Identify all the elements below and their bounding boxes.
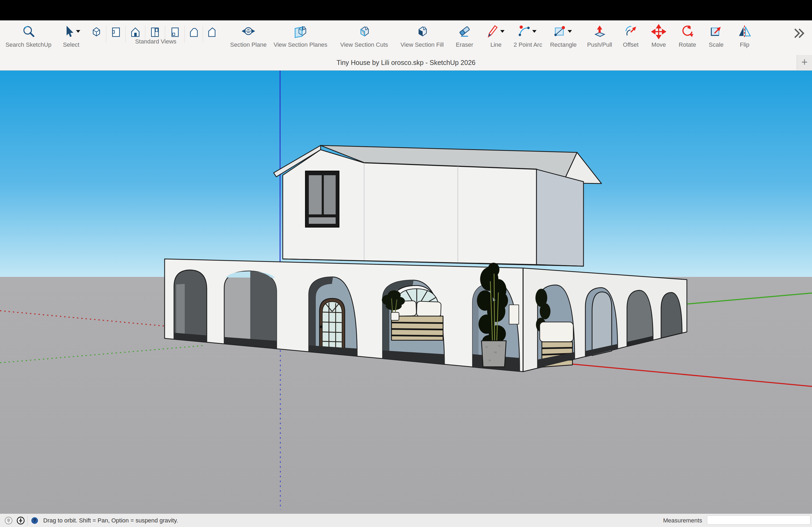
arch-opening (174, 270, 207, 342)
statusbar-divider (27, 516, 28, 525)
view-section-planes-button[interactable]: View Section Planes (268, 24, 333, 48)
person-icon[interactable] (17, 516, 25, 525)
toolbar-separator (106, 26, 106, 43)
title-bar: Tiny House by Lili orosco.skp - SketchUp… (0, 55, 812, 71)
chevrons-right-icon (791, 27, 806, 39)
tool-label: Flip (712, 41, 777, 48)
more-tools-button[interactable] (766, 27, 812, 39)
upper-story-side-wall (536, 169, 583, 266)
tool-label: View Section Planes (268, 41, 333, 48)
door-handle (320, 326, 322, 328)
tool-label: Standard Views (124, 38, 188, 45)
iso-view-icon[interactable] (90, 25, 102, 40)
house-cut-icon (357, 24, 372, 39)
flip-icon (737, 24, 752, 39)
measurements-input[interactable] (707, 515, 810, 525)
help-icon[interactable]: ? (31, 516, 39, 525)
upstairs-window (305, 171, 339, 227)
model-viewport[interactable] (0, 71, 812, 514)
view-section-cuts-button[interactable]: View Section Cuts (332, 24, 396, 48)
main-toolbar: Search SketchUp Select (0, 20, 812, 55)
arch-opening (224, 271, 277, 349)
measurements-label: Measurements (663, 517, 702, 524)
left-view-icon[interactable] (110, 25, 122, 40)
cursor-icon (60, 24, 83, 39)
toolbar-separator (203, 26, 203, 43)
chevron-down-icon (76, 30, 80, 33)
section-plane-icon (241, 24, 256, 39)
back-view-icon[interactable] (169, 25, 181, 40)
top-black-bar (0, 0, 812, 20)
sketchup-window: Search SketchUp Select (0, 0, 812, 527)
status-hint: Drag to orbit. Shift = Pan, Option = sus… (43, 517, 178, 524)
geolocation-icon[interactable] (4, 516, 13, 525)
document-title: Tiny House by Lili orosco.skp - SketchUp… (0, 59, 812, 66)
tool-label: View Section Cuts (332, 41, 396, 48)
right-view-icon[interactable] (149, 25, 161, 40)
svg-text:?: ? (33, 518, 36, 523)
model-canvas (0, 71, 812, 514)
tool-label: Select (39, 41, 103, 48)
add-tab-button[interactable]: + (797, 55, 812, 70)
sofa-arm-cushion (509, 305, 519, 324)
front-view-icon[interactable] (129, 25, 141, 40)
magnifier-icon (21, 24, 36, 39)
top-view-icon[interactable] (188, 25, 200, 40)
concrete-planter (481, 341, 506, 367)
status-bar: ? Drag to orbit. Shift = Pan, Option = s… (0, 514, 812, 527)
standard-views-group: Standard Views (124, 38, 188, 45)
house-fill-icon (415, 24, 430, 39)
house-plane-icon (293, 24, 308, 39)
